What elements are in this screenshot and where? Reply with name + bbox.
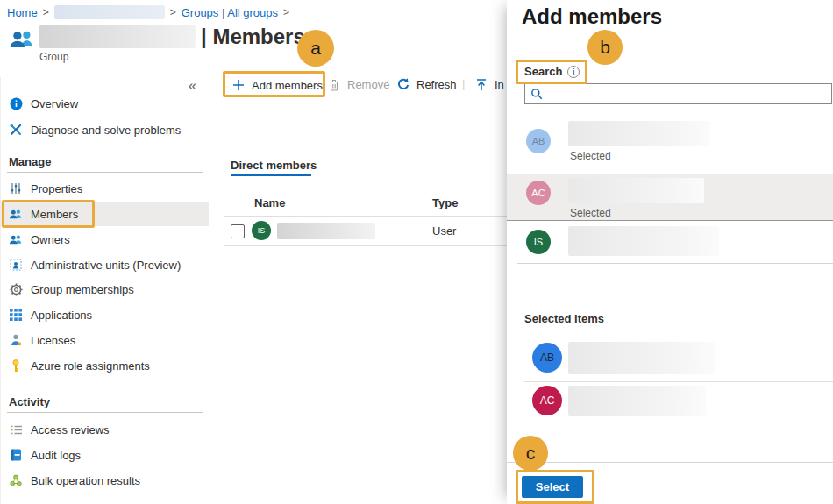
breadcrumb-chevron: >: [283, 6, 289, 18]
sidebar-item-label: Azure role assignments: [31, 359, 150, 373]
footer-divider: [507, 462, 833, 463]
import-arrow-icon: [474, 77, 488, 91]
sidebar-item-label: Audit logs: [31, 449, 81, 462]
breadcrumb-groups-link[interactable]: Groups | All groups: [182, 6, 278, 19]
result-avatar: IS: [526, 230, 551, 254]
wrench-screwdriver-icon: [9, 123, 23, 137]
add-members-label: Add members: [252, 79, 323, 92]
gear-icon: [9, 282, 23, 296]
plus-icon: [231, 78, 246, 92]
sidebar-item-label: Properties: [31, 182, 82, 195]
breadcrumb-chevron: >: [170, 6, 176, 18]
breadcrumb-chevron: >: [43, 6, 49, 18]
import-button[interactable]: In: [474, 77, 504, 91]
select-button[interactable]: Select: [522, 476, 583, 498]
group-icon: [9, 28, 35, 51]
members-icon: [9, 207, 23, 221]
table-header-divider: [224, 216, 507, 217]
sidebar-item-applications[interactable]: Applications: [0, 302, 209, 327]
search-label-row: Search i: [524, 65, 580, 78]
result-status: Selected: [570, 150, 611, 162]
azure-portal-page: Home > > Groups | All groups > | Members…: [0, 0, 833, 504]
key-icon: [9, 358, 23, 373]
add-members-panel: Add members b Search i AB Selected AC: [507, 0, 833, 504]
table-row-divider: [224, 245, 507, 246]
member-type: User: [432, 224, 456, 238]
member-avatar: IS: [252, 221, 271, 240]
sidebar-item-members[interactable]: Members: [0, 202, 209, 226]
breadcrumb-home-link[interactable]: Home: [7, 6, 38, 19]
selected-name-redacted: [568, 386, 706, 416]
sidebar-item-label: Group memberships: [31, 283, 134, 296]
selected-item-row[interactable]: AC: [507, 383, 833, 422]
license-person-icon: [9, 333, 23, 347]
selected-avatar: AC: [532, 386, 562, 415]
selected-name-redacted: [568, 342, 715, 374]
results-bottom-divider: [517, 263, 833, 264]
sidebar-item-label: Administrative units (Preview): [31, 259, 181, 272]
remove-label: Remove: [347, 78, 389, 91]
search-icon: [530, 88, 543, 100]
result-row[interactable]: IS: [507, 221, 833, 263]
sidebar-item-access-reviews[interactable]: Access reviews: [0, 417, 209, 442]
result-row[interactable]: AB Selected: [507, 116, 833, 174]
sidebar-item-audit-logs[interactable]: Audit logs: [0, 443, 209, 467]
import-label: In: [495, 78, 504, 91]
sidebar-item-label: Diagnose and solve problems: [31, 124, 181, 137]
search-label: Search: [524, 65, 562, 78]
info-icon: [9, 96, 23, 110]
column-header-name[interactable]: Name: [254, 196, 285, 209]
sidebar-item-administrative-units[interactable]: Administrative units (Preview): [0, 252, 209, 277]
checklist-icon: [9, 422, 23, 437]
selected-row-divider: [524, 422, 833, 422]
result-name-redacted: [568, 226, 719, 256]
sidebar-item-label: Bulk operation results: [31, 474, 140, 487]
refresh-icon: [396, 77, 410, 91]
section-divider: [7, 172, 203, 173]
toolbar-bottom-divider: [224, 103, 507, 103]
sidebar-section-manage: Manage: [9, 155, 51, 168]
sidebar-item-properties[interactable]: Properties: [0, 176, 209, 201]
result-row-highlighted[interactable]: AC Selected: [507, 174, 833, 221]
column-header-type[interactable]: Type: [432, 196, 458, 209]
sidebar-item-azure-role-assignments[interactable]: Azure role assignments: [0, 353, 209, 378]
annotation-c: c: [513, 436, 548, 471]
sidebar-item-overview[interactable]: Overview: [0, 91, 209, 116]
result-avatar: AC: [526, 181, 551, 205]
section-divider: [7, 412, 203, 413]
selected-row-divider: [524, 381, 833, 382]
sidebar-item-diagnose[interactable]: Diagnose and solve problems: [0, 117, 209, 142]
sliders-icon: [9, 181, 23, 195]
sidebar-item-owners[interactable]: Owners: [0, 227, 209, 252]
sidebar-item-label: Licenses: [31, 334, 75, 347]
toolbar-divider: |: [462, 77, 465, 90]
trash-icon: [327, 77, 341, 91]
result-avatar: AB: [526, 129, 551, 153]
selected-item-row[interactable]: AB: [507, 340, 833, 380]
group-name-redacted: [39, 25, 196, 48]
result-status: Selected: [570, 207, 611, 219]
sidebar-section-activity: Activity: [9, 395, 50, 408]
row-checkbox[interactable]: [231, 224, 245, 238]
breadcrumb: Home > > Groups | All groups >: [7, 5, 295, 19]
page-title: | Members: [201, 25, 305, 49]
member-search-input[interactable]: [543, 87, 831, 102]
grid-icon: [9, 308, 23, 322]
tab-direct-members[interactable]: Direct members: [231, 159, 317, 172]
sidebar-item-label: Owners: [31, 233, 70, 246]
breadcrumb-redacted-segment: [54, 5, 165, 19]
owners-icon: [9, 232, 23, 246]
remove-button[interactable]: Remove: [327, 77, 389, 91]
result-name-redacted: [568, 178, 704, 203]
sidebar-item-group-memberships[interactable]: Group memberships: [0, 277, 209, 302]
sidebar-item-label: Applications: [31, 309, 92, 322]
sidebar-item-licenses[interactable]: Licenses: [0, 328, 209, 352]
selected-items-header: Selected items: [524, 312, 604, 325]
search-field[interactable]: [524, 83, 832, 104]
annotation-a: a: [297, 30, 334, 67]
tab-active-underline: [231, 174, 311, 176]
info-tooltip-icon[interactable]: i: [567, 66, 580, 78]
sidebar-item-bulk-operation-results[interactable]: Bulk operation results: [0, 468, 209, 493]
refresh-button[interactable]: Refresh: [396, 77, 457, 91]
add-members-button[interactable]: Add members: [231, 78, 323, 92]
